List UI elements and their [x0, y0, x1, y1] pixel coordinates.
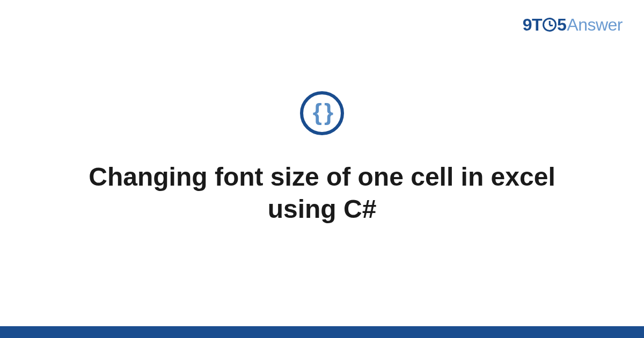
braces-glyph: { }: [313, 100, 331, 124]
page-title: Changing font size of one cell in excel …: [80, 161, 564, 225]
code-braces-icon: { }: [300, 91, 344, 135]
main-content: { } Changing font size of one cell in ex…: [0, 0, 644, 338]
footer-bar: [0, 326, 644, 338]
